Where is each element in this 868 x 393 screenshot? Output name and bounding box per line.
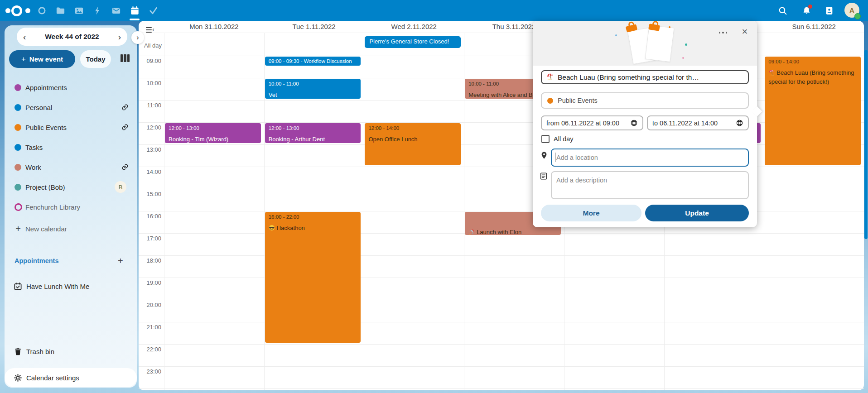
sidebar-calendar-item[interactable]: Tasks	[5, 139, 137, 155]
sidebar-calendar-item[interactable]: Fenchurch Library	[5, 199, 137, 215]
appointment-item[interactable]: Have Lunch With Me	[5, 278, 137, 294]
calendar-event[interactable]: 12:00 - 13:00Booking - Arthur Dent	[265, 123, 361, 143]
calendar-label: Tasks	[25, 144, 43, 151]
new-calendar-button[interactable]: + New calendar	[5, 220, 137, 237]
notifications-bell-icon[interactable]	[797, 1, 815, 19]
previous-week-button[interactable]: ‹	[23, 33, 26, 41]
close-icon[interactable]: ×	[738, 24, 752, 39]
all-day-checkbox[interactable]	[541, 135, 550, 143]
calendar-event[interactable]: 10:00 - 11:00Vet	[265, 79, 361, 99]
today-button[interactable]: Today	[80, 50, 111, 68]
event-title: Booking - Tim (Wizard)	[169, 135, 257, 143]
files-icon[interactable]	[51, 1, 69, 19]
hour-label: 20:00	[139, 302, 161, 308]
day-header[interactable]: Tue 1.11.2022	[264, 21, 364, 33]
timezone-globe-icon[interactable]	[630, 119, 638, 127]
event-title: Booking - Arthur Dent	[269, 135, 357, 143]
nextcloud-calendar-app: A ‹ Week 44 of 2022 › + New event Today …	[0, 0, 868, 393]
event-title-input[interactable]: Beach Luau (Bring something special for …	[541, 70, 749, 84]
event-time: 09:00 - 14:00	[768, 59, 857, 64]
sidebar-calendar-item[interactable]: Personal	[5, 99, 137, 115]
calendar-icon[interactable]	[125, 1, 144, 19]
start-datetime-field[interactable]: from 06.11.2022 at 09:00	[541, 115, 643, 130]
shared-by-avatar: B	[115, 181, 126, 193]
week-label: Week 44 of 2022	[45, 33, 99, 41]
sidebar-calendar-item[interactable]: Public Events	[5, 119, 137, 135]
sidebar-calendar-item[interactable]: Project (Bob)B	[5, 179, 137, 195]
hour-label: 19:00	[139, 279, 161, 286]
calendar-color-dot	[14, 104, 21, 111]
week-navigation: ‹ Week 44 of 2022 ›	[17, 28, 127, 46]
share-link-icon[interactable]	[121, 163, 130, 172]
photos-icon[interactable]	[70, 1, 88, 19]
add-appointment-button[interactable]: +	[118, 256, 123, 266]
event-title: Open Office Lunch	[368, 135, 457, 144]
collapse-navigation-icon[interactable]: ‹	[146, 27, 156, 34]
active-app-indicator	[130, 19, 140, 20]
day-header[interactable]: Sun 6.11.2022	[764, 21, 864, 33]
day-header[interactable]: Mon 31.10.2022	[164, 21, 264, 33]
scrollbar-thumb[interactable]	[864, 50, 868, 239]
share-link-icon[interactable]	[121, 123, 130, 132]
hour-label: 21:00	[139, 324, 161, 331]
search-icon[interactable]	[773, 1, 791, 19]
more-button[interactable]: More	[541, 205, 641, 221]
next-week-button[interactable]: ›	[118, 33, 121, 41]
sidebar-toggle-button[interactable]: ›	[131, 31, 144, 44]
calendar-color-dot	[14, 124, 21, 131]
end-datetime-field[interactable]: to 06.11.2022 at 14:00	[647, 115, 749, 130]
text-caret	[555, 153, 555, 162]
trash-bin-button[interactable]: Trash bin	[5, 343, 137, 359]
view-columns-icon[interactable]	[121, 54, 130, 62]
grid-line	[264, 33, 265, 390]
hour-label: 23:00	[139, 368, 161, 375]
calendar-label: Fenchurch Library	[25, 203, 80, 211]
more-actions-icon[interactable]	[716, 27, 730, 38]
location-input[interactable]	[551, 149, 749, 167]
calendar-event[interactable]: 09:00 - 09:30 - Workflow Discussion	[265, 57, 361, 66]
contacts-icon[interactable]	[820, 1, 838, 19]
grid-line	[139, 278, 864, 278]
mail-icon[interactable]	[107, 1, 125, 19]
grid-line	[139, 388, 864, 389]
share-link-icon[interactable]	[121, 103, 130, 112]
gear-icon	[14, 374, 22, 382]
description-input[interactable]	[551, 171, 749, 199]
all-day-event[interactable]: Pierre's General Store Closed!	[365, 36, 461, 48]
sidebar-calendar-item[interactable]: Appointments	[5, 79, 137, 96]
hour-label: 16:00	[139, 213, 161, 220]
event-time: 12:00 - 13:00	[169, 125, 257, 131]
calendar-select[interactable]: Public Events	[541, 92, 749, 109]
hour-label: 18:00	[139, 257, 161, 264]
hour-label: 09:00	[139, 58, 161, 64]
new-event-button[interactable]: + New event	[9, 50, 75, 68]
nextcloud-logo-icon[interactable]	[5, 4, 34, 17]
calendar-event[interactable]: 16:00 - 22:00Hackathon	[265, 212, 361, 343]
calendar-label: Personal	[25, 104, 52, 111]
calendar-color-dot	[547, 98, 553, 104]
event-title: Vet	[269, 91, 357, 99]
tasks-icon[interactable]	[144, 1, 162, 19]
hour-label: 13:00	[139, 146, 161, 153]
grid-line	[139, 344, 864, 345]
day-header[interactable]: Wed 2.11.2022	[364, 21, 464, 33]
update-button[interactable]: Update	[645, 205, 749, 221]
calendar-settings-button[interactable]: Calendar settings	[5, 368, 137, 387]
calendar-event[interactable]: 12:00 - 14:00Open Office Lunch	[365, 123, 461, 165]
timezone-globe-icon[interactable]	[736, 119, 743, 127]
rocket-icon	[468, 229, 477, 235]
appointments-heading: Appointments	[14, 257, 58, 264]
event-title: Beach Luau (Bring something special for …	[768, 68, 857, 86]
activity-icon[interactable]	[88, 1, 106, 19]
event-time: 12:00 - 14:00	[368, 125, 457, 131]
calendar-event[interactable]: 09:00 - 14:00Beach Luau (Bring something…	[765, 57, 861, 165]
location-pin-icon	[540, 151, 548, 159]
calendar-event[interactable]: 12:00 - 13:00Booking - Tim (Wizard)	[165, 123, 261, 143]
sidebar-calendar-item[interactable]: Work	[5, 159, 137, 175]
hour-label: 17:00	[139, 235, 161, 242]
hour-label: 10:00	[139, 80, 161, 86]
event-title: Launch with Elon	[468, 228, 557, 235]
notification-dot	[808, 5, 812, 9]
dashboard-icon[interactable]	[33, 1, 51, 19]
description-icon	[540, 172, 548, 180]
